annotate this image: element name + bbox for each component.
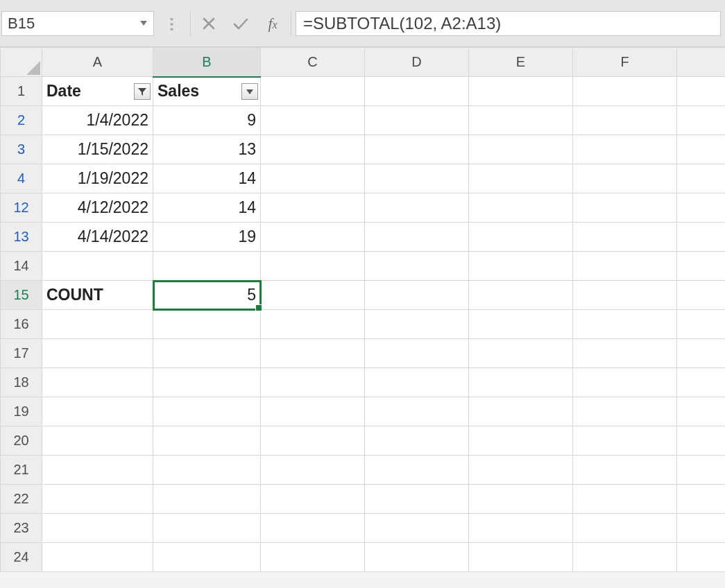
cell[interactable] xyxy=(42,368,153,397)
cell[interactable] xyxy=(677,223,726,252)
cell[interactable]: COUNT xyxy=(42,281,153,310)
cell[interactable] xyxy=(153,426,261,456)
macro-dots-icon[interactable]: ⋯ xyxy=(160,10,185,37)
row-header[interactable]: 14 xyxy=(1,252,42,281)
cell[interactable] xyxy=(677,426,726,456)
cell[interactable] xyxy=(469,514,573,543)
cell[interactable] xyxy=(365,164,469,193)
row-header[interactable]: 18 xyxy=(1,368,42,397)
cell[interactable] xyxy=(42,310,153,339)
cell[interactable] xyxy=(677,339,726,368)
cell[interactable] xyxy=(153,310,261,339)
cell[interactable] xyxy=(677,281,726,310)
filter-active-icon[interactable] xyxy=(134,83,151,100)
cell[interactable] xyxy=(469,193,573,223)
cell[interactable]: 14 xyxy=(153,164,261,193)
cell[interactable] xyxy=(365,339,469,368)
select-all-corner[interactable] xyxy=(1,48,42,77)
cell[interactable] xyxy=(365,368,469,397)
col-header-C[interactable]: C xyxy=(261,48,365,77)
row-header[interactable]: 20 xyxy=(1,426,42,456)
cell[interactable] xyxy=(573,368,677,397)
row-header[interactable]: 4 xyxy=(1,164,42,193)
cell[interactable] xyxy=(42,252,153,281)
col-header-extra[interactable] xyxy=(677,48,726,77)
cell[interactable] xyxy=(365,77,469,106)
cell[interactable] xyxy=(42,426,153,456)
cell[interactable] xyxy=(261,193,365,223)
cell[interactable] xyxy=(365,135,469,164)
cell[interactable] xyxy=(42,456,153,485)
col-header-D[interactable]: D xyxy=(365,48,469,77)
cell[interactable] xyxy=(42,397,153,426)
cell[interactable] xyxy=(261,223,365,252)
cell[interactable]: 1/4/2022 xyxy=(42,106,153,135)
cell[interactable] xyxy=(469,77,573,106)
cell[interactable]: 9 xyxy=(153,106,261,135)
cell[interactable]: 5 xyxy=(153,281,261,310)
cell[interactable] xyxy=(261,368,365,397)
cell[interactable] xyxy=(261,164,365,193)
cell[interactable] xyxy=(153,456,261,485)
cell[interactable]: 1/15/2022 xyxy=(42,135,153,164)
cell[interactable] xyxy=(677,77,726,106)
cell[interactable] xyxy=(469,106,573,135)
cell[interactable] xyxy=(469,164,573,193)
cell[interactable]: Date xyxy=(42,77,153,106)
row-header[interactable]: 16 xyxy=(1,310,42,339)
cell[interactable] xyxy=(365,456,469,485)
cell[interactable] xyxy=(469,397,573,426)
cell[interactable] xyxy=(261,397,365,426)
cell[interactable] xyxy=(153,368,261,397)
cell[interactable] xyxy=(573,164,677,193)
cell[interactable] xyxy=(365,426,469,456)
cell[interactable]: 13 xyxy=(153,135,261,164)
name-box-dropdown-icon[interactable] xyxy=(139,19,148,28)
cell[interactable] xyxy=(573,456,677,485)
cell[interactable]: 14 xyxy=(153,193,261,223)
cell[interactable] xyxy=(469,223,573,252)
cell[interactable] xyxy=(573,397,677,426)
col-header-E[interactable]: E xyxy=(469,48,573,77)
cell[interactable] xyxy=(153,485,261,514)
cell[interactable] xyxy=(261,281,365,310)
cell[interactable] xyxy=(677,514,726,543)
cell[interactable] xyxy=(677,135,726,164)
cell[interactable] xyxy=(365,193,469,223)
cell[interactable] xyxy=(153,543,261,572)
cell[interactable] xyxy=(677,543,726,572)
enter-icon[interactable] xyxy=(227,11,255,36)
row-header[interactable]: 19 xyxy=(1,397,42,426)
fx-icon[interactable]: fx xyxy=(259,15,287,33)
cell[interactable] xyxy=(261,426,365,456)
cell[interactable] xyxy=(573,77,677,106)
cell[interactable] xyxy=(153,514,261,543)
formula-input[interactable]: =SUBTOTAL(102, A2:A13) xyxy=(296,11,721,36)
cell[interactable] xyxy=(573,135,677,164)
cell[interactable] xyxy=(677,252,726,281)
cell[interactable] xyxy=(42,339,153,368)
cell[interactable] xyxy=(261,135,365,164)
col-header-A[interactable]: A xyxy=(42,48,153,77)
cell[interactable] xyxy=(573,223,677,252)
row-header[interactable]: 15 xyxy=(1,281,42,310)
cell[interactable] xyxy=(469,456,573,485)
cell[interactable] xyxy=(469,368,573,397)
cell[interactable] xyxy=(469,310,573,339)
row-header[interactable]: 23 xyxy=(1,514,42,543)
cancel-icon[interactable] xyxy=(195,11,223,36)
cell[interactable] xyxy=(677,456,726,485)
row-header[interactable]: 13 xyxy=(1,223,42,252)
filter-dropdown-icon[interactable] xyxy=(241,83,258,100)
cell[interactable] xyxy=(261,456,365,485)
cell[interactable] xyxy=(365,223,469,252)
row-header[interactable]: 1 xyxy=(1,77,42,106)
cell[interactable] xyxy=(261,77,365,106)
row-header[interactable]: 12 xyxy=(1,193,42,223)
cell[interactable] xyxy=(469,281,573,310)
cell[interactable] xyxy=(365,397,469,426)
cell[interactable] xyxy=(677,106,726,135)
row-header[interactable]: 21 xyxy=(1,456,42,485)
cell[interactable] xyxy=(573,193,677,223)
cell[interactable] xyxy=(573,514,677,543)
